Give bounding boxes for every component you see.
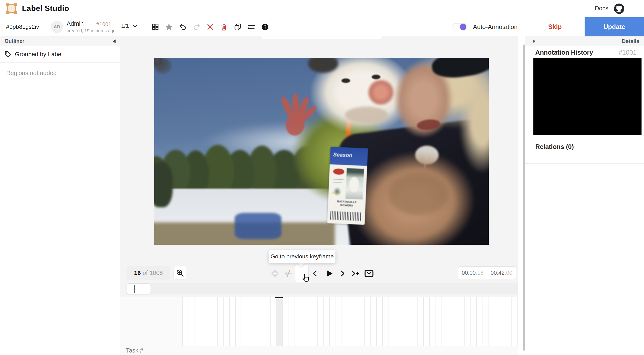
- next-keyframe-button[interactable]: [350, 268, 361, 279]
- annotation-id: #1001: [96, 21, 111, 27]
- auto-annotation-label: Auto-Annotation: [473, 23, 518, 30]
- transfer-settings-icon: [247, 23, 256, 31]
- collapse-timeline-button[interactable]: [363, 268, 375, 279]
- season-pass-badge: Season Pass 2011-12 RATATOUILLE BOWERS: [327, 147, 368, 225]
- annotation-author: Admin: [67, 20, 84, 27]
- timeline-tick: [494, 297, 494, 346]
- task-footer: Task #: [120, 346, 518, 355]
- timeline-tick: [306, 297, 306, 346]
- regions-empty-message: Regions not added: [6, 70, 120, 76]
- info-button[interactable]: [260, 22, 270, 31]
- update-button[interactable]: Update: [584, 17, 644, 36]
- timeline-tick: [400, 297, 400, 346]
- outliner-panel: Outliner Grouped by Label Regions not ad…: [0, 36, 120, 355]
- main-content: Season Pass 2011-12 RATATOUILLE BOWERS: [120, 36, 518, 355]
- auto-annotation-toggle[interactable]: [452, 23, 467, 31]
- position-timestamp[interactable]: 00:00:16: [458, 267, 487, 279]
- duration-timestamp: 00:42:00: [487, 267, 516, 279]
- task-label: Task #: [126, 347, 143, 354]
- delete-button[interactable]: [219, 22, 228, 31]
- frame-counter[interactable]: 16 of 1008: [126, 266, 170, 280]
- next-frame-button[interactable]: [336, 268, 348, 279]
- timeline-tick: [376, 297, 377, 346]
- opossum-paw-pink: [278, 93, 314, 142]
- duplicate-icon: [234, 23, 242, 31]
- frame-total: 1008: [150, 270, 163, 276]
- timeline-ruler[interactable]: [120, 297, 518, 346]
- annotation-pager[interactable]: 1/1: [121, 23, 138, 29]
- redo-button[interactable]: [192, 22, 201, 31]
- undo-button[interactable]: [178, 22, 188, 31]
- timeline-tick: [247, 297, 247, 346]
- task-id[interactable]: #9pb8Lgs2iv: [0, 17, 45, 36]
- info-icon: [261, 23, 269, 31]
- badge-mark: [333, 187, 342, 196]
- timeline-tick: [464, 297, 465, 346]
- add-keyframe-button[interactable]: [269, 268, 281, 279]
- expand-details-icon[interactable]: [533, 39, 536, 43]
- timeline-tick: [512, 297, 512, 346]
- docs-link[interactable]: Docs: [595, 5, 608, 12]
- timeline-tick: [364, 297, 365, 346]
- timeline-tick: [382, 297, 383, 346]
- outliner-header: Outliner: [0, 36, 120, 46]
- keyframe-toggle-button[interactable]: [282, 268, 294, 279]
- timeline-tick: [312, 297, 312, 346]
- badge-logo: [333, 168, 344, 175]
- details-divider-2: [525, 163, 644, 164]
- frame-separator: of: [143, 270, 148, 276]
- badge-title-1: Season: [333, 151, 352, 159]
- top-bar: Label Studio Docs: [0, 0, 644, 17]
- reject-x-icon: [206, 23, 214, 31]
- zoom-button[interactable]: [174, 266, 186, 280]
- timeline-tick: [182, 297, 183, 346]
- group-by-label-dropdown[interactable]: Grouped by Label: [0, 46, 120, 63]
- grid-view-icon: [151, 23, 159, 31]
- annotation-toolbar: [151, 17, 270, 36]
- tooltip: Go to previous keyframe: [269, 250, 336, 263]
- timeline-tick: [270, 297, 271, 346]
- mouse-cursor-hand: [301, 274, 310, 283]
- app-title: Label Studio: [22, 4, 69, 13]
- details-panel: Details Annotation History #1001 Relatio…: [525, 36, 644, 355]
- transfer-settings-button[interactable]: [247, 22, 256, 31]
- timeline-tick: [329, 297, 330, 346]
- timeline-tick: [253, 297, 253, 346]
- annotation-nav-bar: #9pb8Lgs2iv AD Admin #1001 created, 19 m…: [0, 17, 644, 36]
- timeline-tick: [435, 297, 436, 346]
- timeline-tick: [347, 297, 347, 346]
- timeline-tick: [418, 297, 418, 346]
- prev-frame-button[interactable]: [309, 268, 321, 279]
- position-frames: :16: [476, 270, 484, 276]
- skip-button[interactable]: Skip: [525, 17, 584, 36]
- timeline-tick: [206, 297, 206, 346]
- timeline-tick: [229, 297, 230, 346]
- reject-button[interactable]: [206, 22, 215, 31]
- avatar[interactable]: AD: [51, 21, 63, 33]
- minimap-handle[interactable]: [127, 283, 151, 294]
- current-frame-column: [276, 297, 282, 346]
- github-icon[interactable]: [614, 3, 624, 14]
- label-studio-logo-icon[interactable]: [6, 3, 18, 14]
- chevron-down-icon: [132, 23, 138, 29]
- timeline-tick: [459, 297, 459, 346]
- video-frame[interactable]: Season Pass 2011-12 RATATOUILLE BOWERS: [154, 58, 489, 245]
- video-fence: [234, 213, 282, 239]
- timeline-tick: [194, 297, 194, 346]
- play-button[interactable]: [324, 268, 335, 279]
- grid-view-button[interactable]: [151, 22, 160, 31]
- annotation-history-preview[interactable]: [534, 58, 642, 135]
- chevron-left-icon: [310, 269, 320, 278]
- add-keyframe-icon: [270, 269, 280, 278]
- star-icon: [164, 22, 173, 31]
- timeline-tick: [218, 297, 218, 346]
- vertical-scrollbar[interactable]: [523, 44, 525, 351]
- timeline-tick: [324, 297, 324, 346]
- timeline-tick: [476, 297, 477, 346]
- collapse-outliner-icon[interactable]: [113, 39, 116, 43]
- toggle-knob: [460, 23, 466, 30]
- badge-signature-line-2: [333, 182, 342, 183]
- duplicate-button[interactable]: [233, 22, 242, 31]
- timeline-minimap[interactable]: [127, 283, 522, 294]
- star-button[interactable]: [164, 22, 174, 31]
